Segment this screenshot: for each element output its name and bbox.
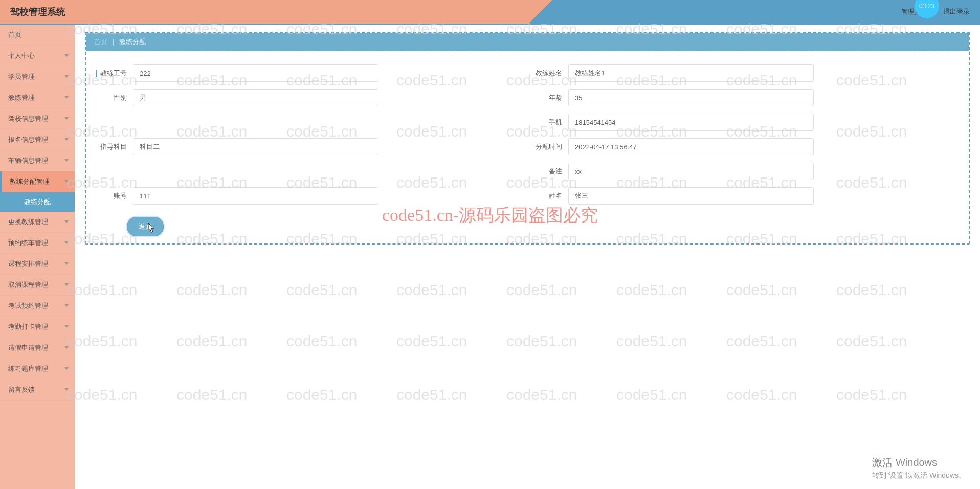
sidebar-item-3[interactable]: 教练管理 xyxy=(0,87,75,108)
sidebar-item-7[interactable]: 教练分配管理 xyxy=(0,171,75,192)
form-label: 教练工号 xyxy=(92,69,128,78)
right-input-0[interactable] xyxy=(568,64,814,82)
form-label: 指导科目 xyxy=(92,142,128,151)
form-row: 教练工号 xyxy=(92,61,527,85)
sidebar-item-11[interactable]: 取消课程管理 xyxy=(0,275,75,296)
form-label: 年龄 xyxy=(527,93,563,102)
form-row: 指导科目 xyxy=(92,135,527,159)
sidebar-item-10[interactable]: 课程安排管理 xyxy=(0,254,75,275)
app-header: 驾校管理系统 03:23 管理员 abo 退出登录 xyxy=(0,0,980,25)
right-input-2[interactable] xyxy=(568,114,814,131)
form-label: 姓名 xyxy=(527,191,563,201)
breadcrumb-separator: | xyxy=(113,38,114,46)
back-button[interactable]: 返回 xyxy=(127,217,164,236)
form-row: 年龄 xyxy=(527,86,963,109)
form-label: 教练姓名 xyxy=(527,69,563,78)
form-right-column: 教练姓名年龄手机分配时间备注姓名 xyxy=(527,61,963,209)
sidebar-item-1[interactable]: 个人中心 xyxy=(0,46,75,66)
sidebar-item-2[interactable]: 学员管理 xyxy=(0,66,75,87)
activate-windows-overlay: 激活 Windows 转到"设置"以激活 Windows。 xyxy=(872,455,966,481)
logout-link[interactable]: 退出登录 xyxy=(943,7,970,16)
form-label: 手机 xyxy=(527,118,563,127)
button-row: 返回 xyxy=(86,217,969,236)
app-title: 驾校管理系统 xyxy=(10,6,65,18)
form-row: 姓名 xyxy=(527,184,963,208)
form-row: 备注 xyxy=(527,160,963,183)
form-label: 账号 xyxy=(92,191,128,201)
sidebar-item-12[interactable]: 考试预约管理 xyxy=(0,296,75,317)
sidebar-item-8[interactable]: 更换教练管理 xyxy=(0,212,75,233)
form-row xyxy=(92,110,527,134)
right-input-5[interactable] xyxy=(568,187,814,205)
form-left-column: 教练工号性别指导科目账号 xyxy=(92,61,527,209)
form-label: 性别 xyxy=(92,93,128,102)
right-input-4[interactable] xyxy=(568,163,814,180)
breadcrumb: 首页 | 教练分配 xyxy=(86,33,969,51)
cursor-pointer-icon xyxy=(147,222,157,233)
sidebar-item-6[interactable]: 车辆信息管理 xyxy=(0,150,75,171)
sidebar-item-9[interactable]: 预约练车管理 xyxy=(0,233,75,254)
form-row xyxy=(92,160,527,183)
right-input-1[interactable] xyxy=(568,89,814,106)
left-input-3[interactable] xyxy=(133,138,378,155)
content-panel: 首页 | 教练分配 教练工号性别指导科目账号 教练姓名年龄手机分配时间备注姓名 … xyxy=(85,32,970,244)
breadcrumb-current: 教练分配 xyxy=(119,37,146,47)
sidebar-item-5[interactable]: 报名信息管理 xyxy=(0,129,75,150)
sidebar-item-0[interactable]: 首页 xyxy=(0,25,75,46)
sidebar-item-15[interactable]: 练习题库管理 xyxy=(0,359,75,380)
form-row: 教练姓名 xyxy=(527,61,963,85)
sidebar: 首页个人中心学员管理教练管理驾校信息管理报名信息管理车辆信息管理教练分配管理教练… xyxy=(0,25,75,489)
sidebar-item-4[interactable]: 驾校信息管理 xyxy=(0,108,75,129)
right-input-3[interactable] xyxy=(568,138,814,155)
activate-subtitle: 转到"设置"以激活 Windows。 xyxy=(872,470,966,481)
left-input-1[interactable] xyxy=(133,89,378,106)
sidebar-item-13[interactable]: 考勤打卡管理 xyxy=(0,317,75,338)
left-input-5[interactable] xyxy=(133,187,378,205)
main-content: 首页 | 教练分配 教练工号性别指导科目账号 教练姓名年龄手机分配时间备注姓名 … xyxy=(75,25,980,489)
form-row: 性别 xyxy=(92,86,527,109)
sidebar-subitem[interactable]: 教练分配 xyxy=(0,192,75,212)
form-row: 分配时间 xyxy=(527,135,963,159)
sidebar-item-14[interactable]: 请假申请管理 xyxy=(0,338,75,359)
breadcrumb-home[interactable]: 首页 xyxy=(94,37,107,47)
form-label: 分配时间 xyxy=(527,142,563,151)
left-input-0[interactable] xyxy=(133,64,378,82)
form-row: 手机 xyxy=(527,110,963,134)
activate-title: 激活 Windows xyxy=(872,455,966,470)
form-area: 教练工号性别指导科目账号 教练姓名年龄手机分配时间备注姓名 xyxy=(86,51,969,214)
form-label: 备注 xyxy=(527,167,563,176)
form-row: 账号 xyxy=(92,184,527,208)
sidebar-item-16[interactable]: 留言反馈 xyxy=(0,380,75,401)
